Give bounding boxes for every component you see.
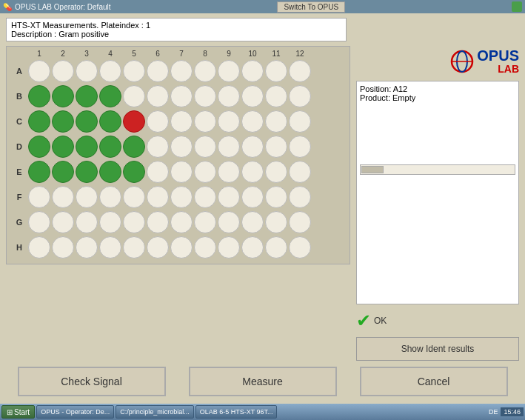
well-A12[interactable] [289, 60, 311, 82]
well-A5[interactable] [123, 60, 145, 82]
well-D5[interactable] [123, 136, 145, 158]
well-H11[interactable] [265, 236, 287, 259]
well-E5[interactable] [123, 161, 145, 183]
well-D2[interactable] [52, 136, 74, 158]
well-F8[interactable] [194, 186, 216, 208]
well-G7[interactable] [170, 211, 193, 233]
well-B9[interactable] [218, 85, 240, 107]
well-G11[interactable] [265, 211, 287, 233]
well-A4[interactable] [99, 60, 121, 82]
well-H10[interactable] [241, 236, 264, 259]
well-A2[interactable] [52, 60, 74, 82]
well-F4[interactable] [99, 186, 121, 208]
well-D12[interactable] [289, 136, 311, 158]
check-signal-button[interactable]: Check Signal [18, 367, 166, 396]
well-B11[interactable] [265, 85, 287, 107]
well-C1[interactable] [28, 110, 50, 133]
well-F2[interactable] [52, 186, 74, 208]
taskbar-item-opus[interactable]: OPUS - Operator: De... [36, 405, 114, 419]
well-B6[interactable] [147, 85, 169, 107]
well-G10[interactable] [241, 211, 264, 233]
well-G12[interactable] [289, 211, 311, 233]
scrollbar-thumb[interactable] [361, 166, 384, 173]
well-F6[interactable] [147, 186, 169, 208]
well-H5[interactable] [123, 236, 145, 259]
well-B4[interactable] [99, 85, 121, 107]
well-E3[interactable] [76, 161, 98, 183]
well-G5[interactable] [123, 211, 145, 233]
well-E6[interactable] [147, 161, 169, 183]
well-H1[interactable] [28, 236, 50, 259]
well-H6[interactable] [147, 236, 169, 259]
well-F5[interactable] [123, 186, 145, 208]
well-H3[interactable] [76, 236, 98, 259]
well-F10[interactable] [241, 186, 264, 208]
well-A8[interactable] [194, 60, 216, 82]
well-C2[interactable] [52, 110, 74, 133]
well-G4[interactable] [99, 211, 121, 233]
well-A6[interactable] [147, 60, 169, 82]
cancel-button[interactable]: Cancel [360, 367, 508, 396]
well-D6[interactable] [147, 136, 169, 158]
well-E11[interactable] [265, 161, 287, 183]
well-A3[interactable] [76, 60, 98, 82]
well-E7[interactable] [170, 161, 193, 183]
well-B3[interactable] [76, 85, 98, 107]
well-B2[interactable] [52, 85, 74, 107]
well-G2[interactable] [52, 211, 74, 233]
taskbar-item-principle[interactable]: C:/principle_microbial... [116, 405, 194, 419]
well-C11[interactable] [265, 110, 287, 133]
well-D3[interactable] [76, 136, 98, 158]
well-E1[interactable] [28, 161, 50, 183]
well-D9[interactable] [218, 136, 240, 158]
well-B7[interactable] [170, 85, 193, 107]
switch-opus-button[interactable]: Switch To OPUS [277, 1, 345, 13]
well-G6[interactable] [147, 211, 169, 233]
well-B5[interactable] [123, 85, 145, 107]
well-D8[interactable] [194, 136, 216, 158]
well-G1[interactable] [28, 211, 50, 233]
well-E4[interactable] [99, 161, 121, 183]
well-E8[interactable] [194, 161, 216, 183]
well-D7[interactable] [170, 136, 193, 158]
well-F9[interactable] [218, 186, 240, 208]
well-G8[interactable] [194, 211, 216, 233]
well-D1[interactable] [28, 136, 50, 158]
well-B8[interactable] [194, 85, 216, 107]
well-C12[interactable] [289, 110, 311, 133]
well-F11[interactable] [265, 186, 287, 208]
well-E9[interactable] [218, 161, 240, 183]
well-E2[interactable] [52, 161, 74, 183]
well-D4[interactable] [99, 136, 121, 158]
well-B10[interactable] [241, 85, 264, 107]
well-F1[interactable] [28, 186, 50, 208]
well-F3[interactable] [76, 186, 98, 208]
well-H7[interactable] [170, 236, 193, 259]
well-F12[interactable] [289, 186, 311, 208]
well-C9[interactable] [218, 110, 240, 133]
start-button[interactable]: ⊞ Start [1, 405, 35, 419]
well-B12[interactable] [289, 85, 311, 107]
well-H8[interactable] [194, 236, 216, 259]
show-ident-button[interactable]: Show Ident results [356, 337, 519, 361]
well-A1[interactable] [28, 60, 50, 82]
well-H2[interactable] [52, 236, 74, 259]
well-C4[interactable] [99, 110, 121, 133]
well-A11[interactable] [265, 60, 287, 82]
measure-button[interactable]: Measure [189, 367, 337, 396]
well-C7[interactable] [170, 110, 193, 133]
scrollbar-area[interactable] [360, 164, 515, 175]
well-C8[interactable] [194, 110, 216, 133]
well-C10[interactable] [241, 110, 264, 133]
well-C6[interactable] [147, 110, 169, 133]
well-H9[interactable] [218, 236, 240, 259]
well-G9[interactable] [218, 211, 240, 233]
well-E12[interactable] [289, 161, 311, 183]
well-C3[interactable] [76, 110, 98, 133]
taskbar-item-olab[interactable]: OLAB 6-5 HTS-XT 96T... [195, 405, 277, 419]
well-D11[interactable] [265, 136, 287, 158]
well-B1[interactable] [28, 85, 50, 107]
well-F7[interactable] [170, 186, 193, 208]
horizontal-scrollbar[interactable] [360, 164, 515, 175]
well-A10[interactable] [241, 60, 264, 82]
